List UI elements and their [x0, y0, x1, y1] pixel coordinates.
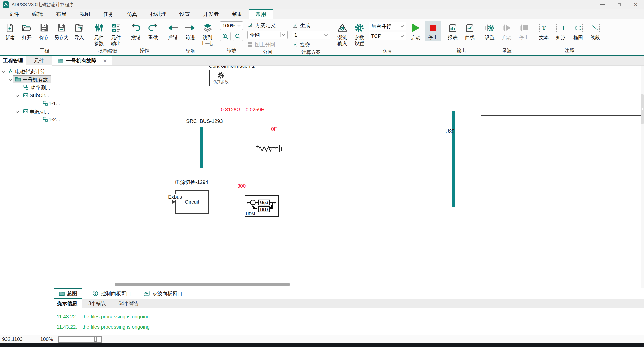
- titlebar: ADPSS V3.0电磁暂态计算程序 ✕: [0, 0, 644, 9]
- tree-item-1-1[interactable]: 1-1...: [0, 100, 52, 108]
- control-block-label: ControlInformation-1: [209, 66, 255, 69]
- zoom-out-icon: [235, 33, 241, 39]
- sidebar-tab-project-management[interactable]: 工程管理: [0, 56, 26, 65]
- back-button[interactable]: 后退: [165, 21, 181, 41]
- import-icon: [74, 22, 84, 33]
- ellipse-annotation-button[interactable]: 椭圆: [570, 21, 586, 41]
- zoom-slider-handle[interactable]: [94, 336, 97, 342]
- close-icon[interactable]: ✕: [627, 0, 644, 9]
- run-mode-select[interactable]: 后台并行: [369, 22, 406, 30]
- panel-tab-recording[interactable]: 录波面板窗口: [141, 288, 185, 299]
- open-folder-icon: [22, 22, 32, 33]
- forward-button[interactable]: 前进: [182, 21, 198, 41]
- horizontal-scrollbar-thumb[interactable]: [115, 283, 290, 286]
- start-simulation-button[interactable]: 启动: [408, 21, 424, 41]
- menu-settings[interactable]: 设置: [173, 9, 197, 19]
- subtab-warnings[interactable]: 64个警告: [112, 299, 145, 308]
- bottom-dark-strip: [0, 343, 644, 347]
- save-button[interactable]: 保存: [36, 21, 52, 41]
- zoom-in-button[interactable]: [220, 32, 231, 41]
- menu-view[interactable]: 视图: [73, 9, 97, 19]
- ribbon-group-project: 新建 打开 保存 另存为 导入 工程: [0, 19, 89, 55]
- schematic-canvas[interactable]: ControlInformation-1 仿真参数 0.8126Ω0.0259H…: [52, 66, 644, 288]
- menu-edit[interactable]: 编辑: [26, 9, 49, 19]
- subtab-messages[interactable]: 提示信息: [52, 299, 82, 308]
- rectangle-annotation-button[interactable]: 矩形: [553, 21, 569, 41]
- panel-tab-overview[interactable]: 总图: [54, 288, 82, 299]
- tree-item-subcir[interactable]: SubCir...: [0, 92, 52, 100]
- open-button[interactable]: 打开: [19, 21, 35, 41]
- zoom-out-button[interactable]: [233, 32, 243, 41]
- component-output-button[interactable]: 元件输出: [108, 21, 124, 47]
- new-button[interactable]: 新建: [2, 21, 18, 41]
- chevron-down-icon: [401, 34, 404, 37]
- scheme-define-button[interactable]: 方案定义: [247, 21, 276, 29]
- subtab-errors[interactable]: 3个错误: [82, 299, 112, 308]
- zoom-slider[interactable]: [58, 336, 102, 343]
- u35-bus-bar[interactable]: [452, 111, 455, 207]
- app-logo-icon: [3, 1, 9, 8]
- zoom-level-select[interactable]: 100%: [220, 21, 243, 30]
- curve-chart-icon: [465, 22, 475, 33]
- menu-batch[interactable]: 批处理: [144, 9, 173, 19]
- menu-developer[interactable]: 开发者: [197, 9, 225, 19]
- panel-tab-control[interactable]: 控制面板窗口: [90, 288, 134, 299]
- tree-item-case[interactable]: 一号机有故...: [0, 75, 52, 83]
- report-button[interactable]: 报表: [445, 21, 461, 41]
- sliders-icon: [94, 22, 104, 33]
- menu-simulation[interactable]: 仿真: [120, 9, 144, 19]
- text-annotation-button[interactable]: T 文本: [536, 21, 552, 41]
- menu-layout[interactable]: 布局: [49, 9, 73, 19]
- on-diagram-partition-button[interactable]: 图上分网: [247, 40, 275, 49]
- generate-doc-icon: [292, 22, 298, 28]
- new-file-icon: [5, 22, 15, 33]
- undo-icon: [131, 22, 141, 33]
- curve-button[interactable]: 曲线: [462, 21, 478, 41]
- group-label-navigation: 导航: [165, 47, 216, 56]
- param-settings-button[interactable]: 参数设置: [352, 21, 367, 47]
- import-button[interactable]: 导入: [71, 21, 87, 41]
- vertical-scrollbar-thumb[interactable]: [641, 94, 644, 124]
- menu-help[interactable]: 帮助: [225, 9, 249, 19]
- checklist-icon: [111, 22, 121, 33]
- redo-button[interactable]: 重做: [145, 21, 161, 41]
- case-number-select[interactable]: 1: [292, 31, 330, 39]
- component-params-button[interactable]: 元件参数: [91, 21, 107, 47]
- recording-start-button[interactable]: 启动: [499, 21, 515, 41]
- power-flow-input-button[interactable]: 潮流输入: [334, 21, 350, 47]
- ribbon-group-zoom: 100% 缩放: [218, 19, 245, 55]
- recording-settings-button[interactable]: 设置: [482, 21, 498, 41]
- jump-up-level-button[interactable]: 跳到上一层: [199, 21, 216, 47]
- generate-button[interactable]: 生成: [292, 21, 310, 29]
- tree-item-1-2[interactable]: 1-2...: [0, 116, 52, 124]
- menu-file[interactable]: 文件: [2, 9, 26, 19]
- menu-common[interactable]: 常用: [249, 9, 273, 19]
- minimize-icon[interactable]: [594, 0, 611, 9]
- tree-item-power-meas[interactable]: 功率测...: [0, 83, 52, 92]
- gauge-icon: [92, 290, 98, 296]
- simulation-param-block[interactable]: 仿真参数: [209, 70, 232, 86]
- src-bus-bar[interactable]: [200, 127, 203, 168]
- frame-icon: [23, 93, 28, 98]
- udm-block[interactable]: G(s) H(s) UDM: [245, 195, 279, 217]
- recording-stop-button[interactable]: 停止: [516, 21, 532, 41]
- protocol-select[interactable]: TCP: [369, 32, 406, 40]
- save-as-button[interactable]: 另存为: [53, 21, 70, 41]
- restore-icon[interactable]: [611, 0, 627, 9]
- stop-icon: [430, 22, 436, 33]
- line-annotation-button[interactable]: 线段: [587, 21, 603, 41]
- document-tab[interactable]: 一号机有故障 ✕: [52, 56, 112, 65]
- partition-scope-select[interactable]: 全网: [247, 31, 288, 39]
- vertical-scrollbar-track[interactable]: [641, 66, 644, 288]
- sidebar-tab-components[interactable]: 元件: [26, 56, 52, 65]
- stop-simulation-button[interactable]: 停止: [425, 21, 441, 41]
- menu-task[interactable]: 任务: [97, 9, 120, 19]
- submit-button[interactable]: 提交: [292, 40, 310, 49]
- undo-button[interactable]: 撤销: [128, 21, 144, 41]
- tab-close-icon[interactable]: ✕: [103, 58, 107, 64]
- circuit-subsystem-block[interactable]: Circuit: [175, 190, 209, 214]
- tree-item-power-switch[interactable]: 电源切...: [0, 108, 52, 116]
- group-label-batch-edit: 批量编辑: [91, 47, 124, 56]
- folder-icon: [15, 77, 21, 82]
- tree-item-root[interactable]: 电磁暂态计算...: [0, 67, 52, 75]
